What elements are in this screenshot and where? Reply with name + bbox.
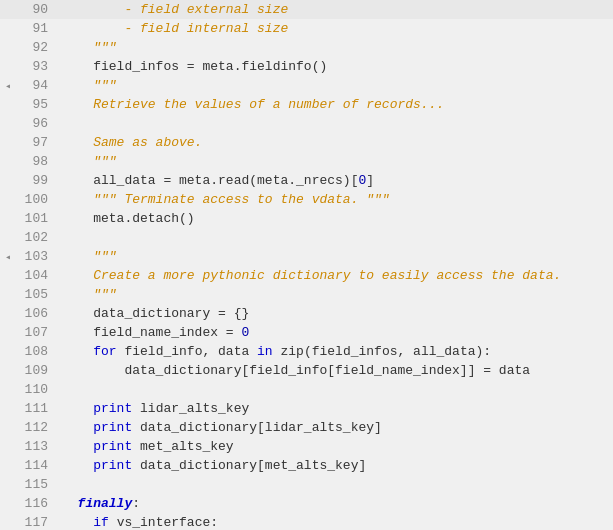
line-number: 111 [16, 401, 58, 416]
code-line: 105 """ [0, 285, 613, 304]
line-number: 104 [16, 268, 58, 283]
line-content: - field internal size [58, 21, 613, 36]
line-number: 97 [16, 135, 58, 150]
line-content: """ [58, 287, 613, 302]
code-line: 95 Retrieve the values of a number of re… [0, 95, 613, 114]
line-number: 93 [16, 59, 58, 74]
line-number: 105 [16, 287, 58, 302]
line-content: field_infos = meta.fieldinfo() [58, 59, 613, 74]
line-content: Retrieve the values of a number of recor… [58, 97, 613, 112]
code-line: ◂94 """ [0, 76, 613, 95]
line-number: 113 [16, 439, 58, 454]
line-number: 115 [16, 477, 58, 492]
line-content: for field_info, data in zip(field_infos,… [58, 344, 613, 359]
line-number: 91 [16, 21, 58, 36]
line-number: 114 [16, 458, 58, 473]
line-content: """ [58, 40, 613, 55]
line-content: print data_dictionary[met_alts_key] [58, 458, 613, 473]
line-number: 116 [16, 496, 58, 511]
line-number: 98 [16, 154, 58, 169]
code-line: 115 [0, 475, 613, 494]
line-content: all_data = meta.read(meta._nrecs)[0] [58, 173, 613, 188]
line-content: data_dictionary[field_info[field_name_in… [58, 363, 613, 378]
code-line: 112 print data_dictionary[lidar_alts_key… [0, 418, 613, 437]
code-editor: 90 - field external size91 - field inter… [0, 0, 613, 530]
code-line: 116 finally: [0, 494, 613, 513]
line-number: 108 [16, 344, 58, 359]
line-content: print data_dictionary[lidar_alts_key] [58, 420, 613, 435]
code-line: 114 print data_dictionary[met_alts_key] [0, 456, 613, 475]
line-content: field_name_index = 0 [58, 325, 613, 340]
code-line: 90 - field external size [0, 0, 613, 19]
code-line: 110 [0, 380, 613, 399]
line-content: """ [58, 154, 613, 169]
fold-indicator[interactable]: ◂ [0, 80, 16, 92]
line-content: finally: [58, 496, 613, 511]
code-line: 107 field_name_index = 0 [0, 323, 613, 342]
code-line: 102 [0, 228, 613, 247]
line-number: 95 [16, 97, 58, 112]
line-content: print met_alts_key [58, 439, 613, 454]
line-number: 100 [16, 192, 58, 207]
code-line: 100 """ Terminate access to the vdata. "… [0, 190, 613, 209]
line-number: 101 [16, 211, 58, 226]
code-line: 96 [0, 114, 613, 133]
code-line: 104 Create a more pythonic dictionary to… [0, 266, 613, 285]
code-line: 91 - field internal size [0, 19, 613, 38]
code-line: 108 for field_info, data in zip(field_in… [0, 342, 613, 361]
code-line: 106 data_dictionary = {} [0, 304, 613, 323]
line-content: - field external size [58, 2, 613, 17]
code-line: 92 """ [0, 38, 613, 57]
line-number: 94 [16, 78, 58, 93]
line-number: 90 [16, 2, 58, 17]
code-line: 111 print lidar_alts_key [0, 399, 613, 418]
line-number: 106 [16, 306, 58, 321]
line-number: 102 [16, 230, 58, 245]
code-line: 93 field_infos = meta.fieldinfo() [0, 57, 613, 76]
line-number: 109 [16, 363, 58, 378]
line-content: Same as above. [58, 135, 613, 150]
line-content: """ [58, 78, 613, 93]
line-content: Create a more pythonic dictionary to eas… [58, 268, 613, 283]
code-line: 101 meta.detach() [0, 209, 613, 228]
line-number: 96 [16, 116, 58, 131]
line-number: 99 [16, 173, 58, 188]
line-content: data_dictionary = {} [58, 306, 613, 321]
fold-indicator[interactable]: ◂ [0, 251, 16, 263]
line-number: 107 [16, 325, 58, 340]
code-line: 109 data_dictionary[field_info[field_nam… [0, 361, 613, 380]
code-line: ◂103 """ [0, 247, 613, 266]
code-line: 97 Same as above. [0, 133, 613, 152]
line-content: """ Terminate access to the vdata. """ [58, 192, 613, 207]
code-line: 117 if vs_interface: [0, 513, 613, 530]
line-number: 92 [16, 40, 58, 55]
code-line: 113 print met_alts_key [0, 437, 613, 456]
line-number: 112 [16, 420, 58, 435]
line-content: print lidar_alts_key [58, 401, 613, 416]
line-number: 110 [16, 382, 58, 397]
line-number: 117 [16, 515, 58, 530]
code-line: 98 """ [0, 152, 613, 171]
code-line: 99 all_data = meta.read(meta._nrecs)[0] [0, 171, 613, 190]
line-content: if vs_interface: [58, 515, 613, 530]
line-number: 103 [16, 249, 58, 264]
line-content: meta.detach() [58, 211, 613, 226]
line-content: """ [58, 249, 613, 264]
